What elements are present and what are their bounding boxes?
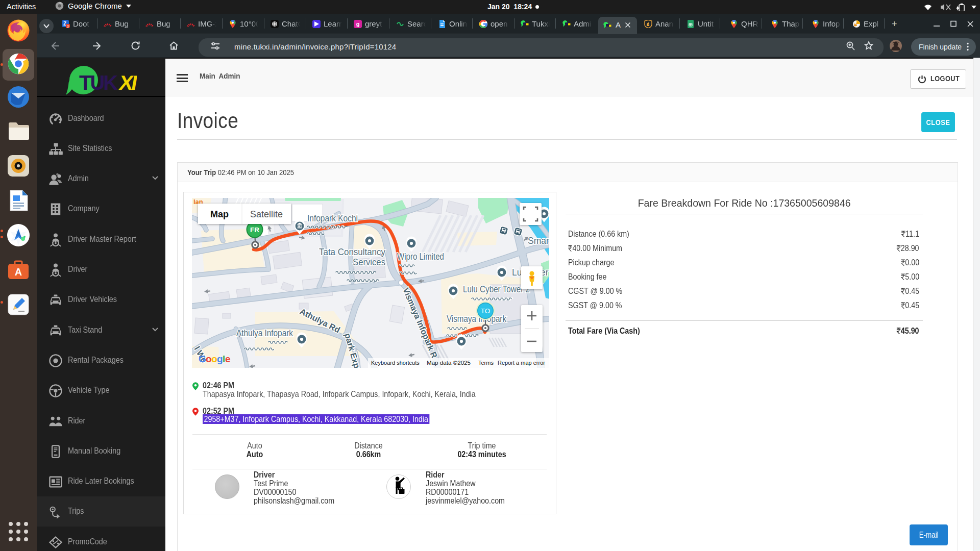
svg-text:TO: TO — [481, 307, 491, 315]
svg-text:Smart: Smart — [528, 236, 549, 246]
svg-text:Map data ©2025: Map data ©2025 — [427, 360, 471, 366]
svg-text:Tata Consultancy: Tata Consultancy — [319, 247, 385, 257]
svg-text:Lu: Lu — [512, 267, 522, 278]
svg-text:Report a map error: Report a map error — [498, 360, 545, 366]
svg-text:Wipro Limited: Wipro Limited — [397, 252, 444, 262]
svg-text:Services: Services — [353, 257, 385, 267]
svg-text:XI: XI — [117, 71, 137, 94]
svg-text:A: A — [15, 266, 22, 278]
svg-text:3: 3 — [67, 24, 69, 28]
svg-text:o: o — [211, 354, 217, 364]
svg-text:Athulya Infopark: Athulya Infopark — [236, 328, 293, 338]
svg-text:Terms: Terms — [478, 360, 494, 366]
svg-text:Infopark Kochi: Infopark Kochi — [307, 213, 358, 223]
svg-text:Map: Map — [210, 209, 229, 219]
svg-text:TUK: TUK — [79, 71, 118, 94]
svg-text:o: o — [206, 354, 211, 364]
svg-text:Vismaya Infopark: Vismaya Infopark — [447, 314, 506, 324]
svg-text:FR: FR — [250, 226, 259, 234]
svg-text:Keyboard shortcuts: Keyboard shortcuts — [371, 360, 420, 366]
svg-text:g: g — [356, 21, 360, 27]
svg-text:Satellite: Satellite — [250, 209, 283, 219]
svg-text:G: G — [199, 354, 206, 364]
svg-text:g: g — [217, 354, 223, 364]
svg-text:Lulu Cyber Tower 2: Lulu Cyber Tower 2 — [463, 284, 530, 294]
svg-text:e: e — [225, 354, 230, 364]
